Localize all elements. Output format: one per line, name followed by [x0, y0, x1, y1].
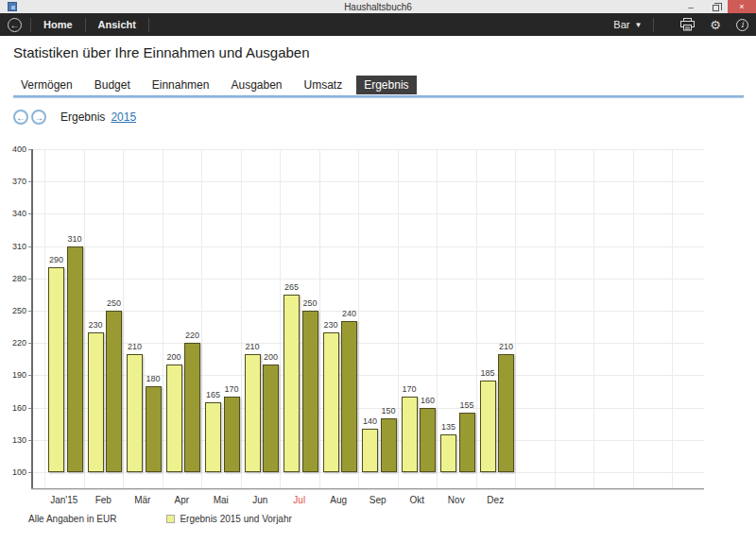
menu-item-ansicht[interactable]: Ansicht: [94, 19, 140, 30]
ribbon-bar: ← Home Ansicht Bar ▼ ⚙ i: [0, 13, 756, 36]
minimize-button[interactable]: –: [679, 0, 703, 13]
content-area: Statistiken über Ihre Einnahmen und Ausg…: [0, 44, 756, 125]
x-axis-label-Jan'15: Jan'15: [44, 495, 84, 505]
bar-value-label: 210: [121, 342, 149, 351]
y-axis-label: 130: [2, 435, 26, 445]
printer-icon: [680, 18, 695, 31]
bar-value-label: 155: [453, 400, 481, 410]
bar-value-label: 265: [278, 282, 306, 292]
tab-ausgaben[interactable]: Ausgaben: [223, 76, 289, 94]
y-axis-line: [31, 149, 33, 490]
bar-Mär-vorjahr[interactable]: [146, 386, 162, 472]
close-button[interactable]: ×: [728, 0, 756, 13]
bar-Jul-vorjahr[interactable]: [302, 311, 318, 472]
bar-Nov-vorjahr[interactable]: [459, 413, 475, 472]
bar-Sep-aktuell[interactable]: [362, 429, 378, 472]
year-link[interactable]: 2015: [111, 110, 136, 124]
bar-Mär-aktuell[interactable]: [127, 354, 143, 472]
x-axis-label-Dez: Dez: [476, 495, 516, 505]
gridline-h: [31, 311, 704, 312]
info-button[interactable]: i: [736, 19, 748, 31]
chevron-down-icon[interactable]: ▼: [634, 21, 642, 29]
print-button[interactable]: [680, 18, 695, 31]
bar-Mai-aktuell[interactable]: [205, 402, 221, 472]
gridline-v: [437, 149, 438, 490]
gridline-v: [123, 149, 124, 490]
tab-bar: VermögenBudgetEinnahmenAusgabenUmsatzErg…: [13, 76, 756, 94]
ribbon-right-group: Bar ▼ ⚙ i: [613, 18, 748, 32]
prev-year-button[interactable]: ←: [13, 110, 28, 125]
bar-value-label: 210: [492, 342, 521, 351]
y-axis-label: 400: [2, 144, 26, 154]
gridline-v: [280, 149, 281, 490]
x-axis-label-Feb: Feb: [84, 495, 124, 505]
window-title: Haushaltsbuch6: [0, 2, 756, 12]
gridline-v: [241, 149, 242, 490]
bar-Nov-aktuell[interactable]: [440, 434, 456, 472]
chart-type-dropdown[interactable]: Bar: [613, 19, 629, 30]
bar-Dez-vorjahr[interactable]: [498, 354, 514, 472]
gridline-v: [555, 149, 556, 490]
bar-value-label: 170: [217, 384, 246, 394]
chart-title: Ergebnis: [60, 110, 105, 124]
bar-Apr-vorjahr[interactable]: [184, 343, 200, 472]
gridline-v: [593, 149, 594, 490]
restore-icon: [713, 5, 719, 11]
app-window: Haushaltsbuch6 – × ← Home Ansicht Bar ▼: [0, 0, 756, 543]
page-title: Statistiken über Ihre Einnahmen und Ausg…: [13, 44, 756, 60]
legend-label: Ergebnis 2015 und Vorjahr: [180, 514, 291, 524]
ribbon-separator: [653, 18, 654, 32]
bar-Feb-vorjahr[interactable]: [106, 311, 122, 472]
bar-value-label: 180: [139, 374, 167, 383]
gridline-v: [476, 149, 477, 490]
next-year-button[interactable]: →: [31, 110, 46, 125]
tab-ergebnis[interactable]: Ergebnis: [356, 76, 416, 94]
settings-button[interactable]: ⚙: [710, 19, 721, 31]
x-axis-label-Jul: Jul: [280, 495, 319, 505]
bar-Aug-aktuell[interactable]: [323, 332, 339, 472]
bar-value-label: 170: [395, 384, 423, 394]
gridline-h: [31, 213, 704, 214]
tab-budget[interactable]: Budget: [87, 76, 138, 94]
x-axis-label-Okt: Okt: [398, 495, 438, 505]
bar-value-label: 150: [374, 406, 403, 416]
gridline-h: [31, 246, 704, 247]
bar-Sep-vorjahr[interactable]: [381, 418, 397, 472]
bar-value-label: 200: [257, 352, 285, 362]
units-note: Alle Angaben in EUR: [28, 514, 116, 524]
y-axis-labels: 100130160190220250280310340370400: [2, 149, 28, 490]
menu-item-home[interactable]: Home: [40, 19, 77, 30]
legend-swatch: [166, 515, 175, 523]
gridline-v: [44, 149, 45, 490]
gridline-v: [358, 149, 359, 490]
bar-value-label: 310: [60, 234, 89, 244]
bar-Jul-aktuell[interactable]: [284, 295, 300, 472]
bar-Jun-vorjahr[interactable]: [263, 365, 279, 472]
bar-value-label: 160: [414, 396, 442, 405]
bar-Okt-aktuell[interactable]: [402, 397, 418, 472]
tab-einnahmen[interactable]: Einnahmen: [145, 76, 217, 94]
x-axis-label-Aug: Aug: [319, 495, 359, 505]
bar-Jan'15-vorjahr[interactable]: [67, 246, 83, 472]
back-button[interactable]: ←: [8, 18, 22, 32]
bar-Feb-aktuell[interactable]: [88, 332, 104, 472]
bar-Okt-vorjahr[interactable]: [420, 408, 436, 472]
tab-vermögen[interactable]: Vermögen: [13, 76, 80, 94]
gridline-h: [31, 279, 704, 280]
x-axis-label-Mai: Mai: [201, 495, 241, 505]
restore-button[interactable]: [703, 0, 728, 13]
chart-footer: Alle Angaben in EUR Ergebnis 2015 und Vo…: [28, 514, 292, 524]
bar-Aug-vorjahr[interactable]: [341, 321, 357, 472]
x-axis-label-Jun: Jun: [241, 495, 281, 505]
y-axis-label: 220: [2, 338, 26, 348]
bar-Jun-aktuell[interactable]: [245, 354, 261, 472]
x-axis-label-Sep: Sep: [358, 495, 398, 505]
bar-Mai-vorjahr[interactable]: [224, 397, 240, 472]
bar-Jan'15-aktuell[interactable]: [48, 267, 64, 472]
x-axis-label-Nov: Nov: [437, 495, 476, 505]
y-axis-label: 100: [2, 467, 26, 477]
tab-umsatz[interactable]: Umsatz: [297, 76, 351, 94]
bar-Dez-aktuell[interactable]: [480, 381, 496, 472]
bar-Apr-aktuell[interactable]: [166, 365, 182, 472]
ribbon-separator: [30, 18, 31, 32]
